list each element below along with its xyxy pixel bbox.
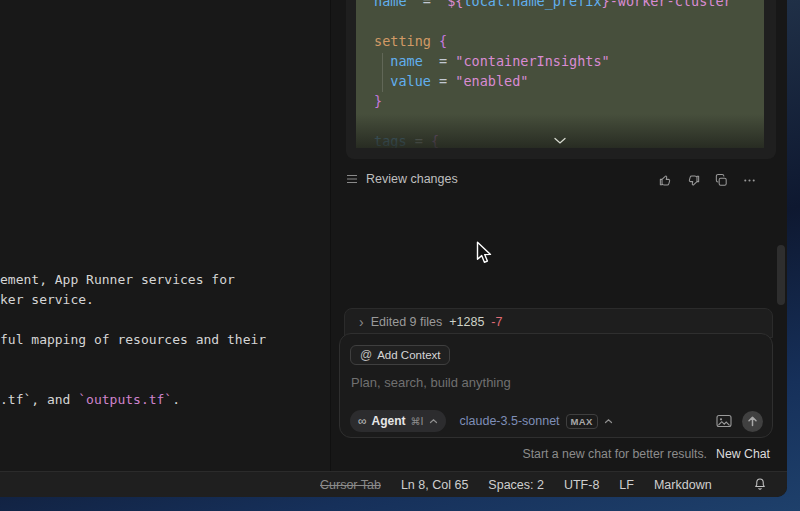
editor-text-line: ker service. — [0, 292, 94, 308]
edited-files-label: Edited 9 files — [371, 315, 443, 329]
chevron-up-icon — [429, 418, 438, 424]
send-button[interactable] — [742, 411, 763, 432]
code-line: } — [374, 91, 764, 111]
editor-text-line: .tf`, and `outputs.tf`. — [0, 392, 180, 408]
additions-count: +1285 — [449, 315, 484, 329]
status-bar: Cursor TabLn 8, Col 65Spaces: 2UTF-8LFMa… — [0, 471, 787, 497]
status-item-utf-8[interactable]: UTF-8 — [564, 478, 599, 492]
status-items: Cursor TabLn 8, Col 65Spaces: 2UTF-8LFMa… — [320, 472, 712, 497]
status-item-ln-8-col-65[interactable]: Ln 8, Col 65 — [401, 478, 468, 492]
arrow-up-icon — [747, 415, 758, 427]
status-item-spaces-2[interactable]: Spaces: 2 — [488, 478, 544, 492]
expand-code-button[interactable] — [552, 135, 569, 147]
status-item-cursor-tab[interactable]: Cursor Tab — [320, 478, 381, 492]
copy-button[interactable] — [714, 173, 729, 188]
review-changes-label: Review changes — [366, 172, 458, 186]
thumbs-down-icon — [686, 173, 701, 188]
code-line: name = "containerInsights" — [374, 51, 764, 71]
status-item-markdown[interactable]: Markdown — [654, 478, 712, 492]
new-chat-hint-text: Start a new chat for better results. — [522, 447, 707, 461]
chat-input-box[interactable]: @ Add Context Plan, search, build anythi… — [339, 333, 773, 438]
thumbs-up-button[interactable] — [658, 173, 673, 188]
indent-guide — [382, 53, 383, 92]
ellipsis-icon — [742, 173, 757, 188]
diff-added-region: name = "${local.name_prefix}-worker-clus… — [356, 0, 764, 148]
more-actions-button[interactable] — [742, 173, 757, 188]
infinity-icon: ∞ — [358, 414, 367, 428]
thumbs-up-icon — [658, 173, 673, 188]
review-changes-row: Review changes — [346, 172, 772, 192]
list-icon — [346, 173, 358, 185]
screen: ement, App Runner services forker servic… — [0, 0, 800, 511]
review-actions — [658, 173, 757, 188]
copy-icon — [714, 173, 729, 188]
image-icon — [716, 414, 732, 428]
new-chat-button[interactable]: New Chat — [716, 447, 770, 461]
chevron-right-icon: › — [359, 315, 364, 329]
agent-mode-label: Agent — [372, 414, 406, 428]
editor-text-line: ement, App Runner services for — [0, 272, 235, 288]
max-badge: MAX — [566, 414, 598, 429]
agent-shortcut: ⌘I — [411, 416, 424, 427]
agent-mode-selector[interactable]: ∞ Agent ⌘I — [350, 410, 446, 432]
chevron-down-icon — [554, 137, 567, 145]
at-symbol-icon: @ — [360, 348, 372, 362]
diff-code-block: name = "${local.name_prefix}-worker-clus… — [346, 0, 776, 159]
chat-input-placeholder[interactable]: Plan, search, build anything — [351, 375, 511, 390]
review-changes[interactable]: Review changes — [346, 172, 458, 186]
chat-scrollbar-thumb[interactable] — [777, 245, 785, 305]
chat-panel: name = "${local.name_prefix}-worker-clus… — [330, 0, 787, 471]
new-chat-hint-row: Start a new chat for better results. New… — [522, 447, 770, 461]
cursor-window: ement, App Runner services forker servic… — [0, 0, 787, 497]
bell-icon — [753, 477, 767, 492]
editor-pane[interactable]: ement, App Runner services forker servic… — [0, 0, 330, 471]
composer-toolbar: ∞ Agent ⌘I claude-3.5-sonnet MAX — [350, 410, 763, 432]
code-line: value = "enabled" — [374, 71, 764, 91]
notifications-button[interactable] — [753, 477, 767, 492]
code-line: name = "${local.name_prefix}-worker-clus… — [374, 0, 764, 11]
status-item-lf[interactable]: LF — [619, 478, 634, 492]
add-context-label: Add Context — [377, 349, 440, 361]
chevron-up-icon — [604, 418, 613, 424]
attach-image-button[interactable] — [716, 414, 732, 428]
thumbs-down-button[interactable] — [686, 173, 701, 188]
editor-text-line: ful mapping of resources and their — [0, 332, 266, 348]
add-context-button[interactable]: @ Add Context — [350, 345, 450, 365]
deletions-count: -7 — [491, 315, 502, 329]
code-line: setting { — [374, 31, 764, 51]
code-line — [374, 11, 764, 31]
model-selector[interactable]: claude-3.5-sonnet MAX — [460, 414, 613, 429]
model-name: claude-3.5-sonnet — [460, 414, 560, 428]
